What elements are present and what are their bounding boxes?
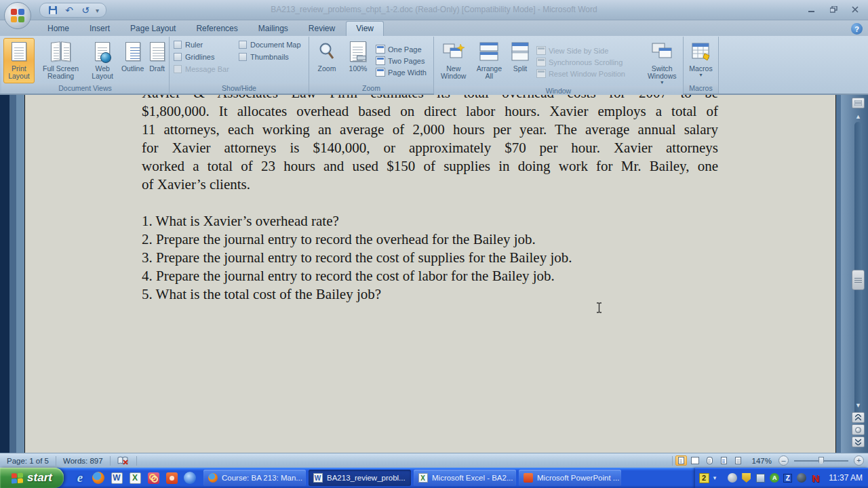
vertical-scrollbar[interactable]: ▲ ▼ <box>841 95 868 453</box>
ruler-checkbox[interactable] <box>174 41 182 49</box>
zoom-level[interactable]: 147% <box>752 457 772 465</box>
tray-shield-icon[interactable] <box>741 473 751 483</box>
document-map-checkbox[interactable] <box>239 41 247 49</box>
taskbar-button-powerpoint[interactable]: Microsoft PowerPoint ... <box>519 470 621 486</box>
taskbar-button-excel[interactable]: X Microsoft Excel - BA2... <box>414 470 516 486</box>
two-pages-label: Two Pages <box>388 57 425 65</box>
ruler-checkbox-row[interactable]: Ruler <box>174 41 233 49</box>
group-zoom: Zoom 100% One Page Two <box>309 37 434 94</box>
thumbnails-checkbox-row[interactable]: Thumbnails <box>239 53 301 61</box>
close-button[interactable] <box>848 4 863 15</box>
statusbar-print-layout-button[interactable] <box>675 455 687 466</box>
group-label-window: Window <box>434 86 683 96</box>
tab-review[interactable]: Review <box>299 22 344 36</box>
next-page-button[interactable] <box>852 436 865 447</box>
restore-button[interactable] <box>826 4 841 15</box>
status-bar: Page: 1 of 5 Words: 897 147% – + <box>0 453 868 468</box>
internet-explorer-icon[interactable]: e <box>73 471 87 485</box>
statusbar-full-screen-button[interactable] <box>690 455 701 466</box>
tab-insert[interactable]: Insert <box>80 22 119 36</box>
select-browse-object-button[interactable] <box>852 424 865 435</box>
tray-a-icon[interactable]: A <box>770 473 779 483</box>
system-tray: 2 ▾ A Z N 11:37 AM <box>695 468 868 488</box>
undo-button[interactable]: ↶ <box>63 4 75 16</box>
new-window-button[interactable]: New Window <box>436 38 471 86</box>
statusbar-web-layout-button[interactable] <box>704 455 715 466</box>
office-button[interactable] <box>4 2 31 29</box>
browser-icon[interactable] <box>183 471 197 485</box>
ruler-label: Ruler <box>185 41 203 49</box>
tray-tool-icon[interactable] <box>755 473 766 483</box>
tray-utility-icon[interactable]: 2 <box>699 473 709 483</box>
statusbar-draft-button[interactable] <box>732 455 744 466</box>
tab-view[interactable]: View <box>346 21 384 36</box>
arrange-all-button[interactable]: Arrange All <box>473 38 507 86</box>
question-line: 3. Prepare the journal entry to record t… <box>142 249 718 267</box>
scrollbar-thumb[interactable] <box>852 270 865 290</box>
taskbar-button-course[interactable]: Course: BA 213: Man... <box>203 470 306 486</box>
switch-windows-icon <box>651 40 673 63</box>
zoom-slider-thumb[interactable] <box>818 457 824 465</box>
draft-button[interactable]: Draft <box>147 38 167 83</box>
redo-button[interactable]: ↺ <box>79 4 92 16</box>
page-indicator[interactable]: Page: 1 of 5 <box>0 453 56 468</box>
tray-sphere-icon[interactable] <box>727 473 737 483</box>
view-side-by-side-icon <box>536 46 546 55</box>
scroll-down-button[interactable]: ▼ <box>852 400 865 411</box>
help-button[interactable]: ? <box>851 23 863 35</box>
document-page[interactable]: Xavier & Associates Law Firm estimates i… <box>24 95 836 453</box>
full-screen-reading-button[interactable]: Full Screen Reading <box>36 38 86 83</box>
start-button[interactable]: start <box>0 468 64 488</box>
gridlines-checkbox-row[interactable]: Gridlines <box>174 53 233 61</box>
proofing-status-button[interactable] <box>111 453 136 468</box>
switch-windows-button[interactable]: Switch Windows ▾ <box>643 38 681 86</box>
scroll-up-button[interactable]: ▲ <box>852 111 865 122</box>
zoom-button[interactable]: Zoom <box>311 38 342 83</box>
print-layout-button[interactable]: Print Layout <box>3 38 35 83</box>
zoom-in-button[interactable]: + <box>854 455 864 466</box>
powerpoint-icon[interactable] <box>165 471 178 485</box>
keys-icon[interactable] <box>146 471 160 485</box>
tab-mailings[interactable]: Mailings <box>249 22 298 36</box>
minimize-button[interactable] <box>804 4 819 15</box>
save-button[interactable] <box>47 4 59 16</box>
word-count[interactable]: Words: 897 <box>56 453 110 468</box>
paragraph-line: 11 attorneys, each working an average of… <box>142 121 718 139</box>
tray-z-icon[interactable]: Z <box>783 474 792 483</box>
tab-references[interactable]: References <box>186 22 247 36</box>
two-pages-button[interactable]: Two Pages <box>376 56 427 65</box>
previous-page-button[interactable] <box>852 412 865 423</box>
document-map-label: Document Map <box>250 41 301 49</box>
zoom-out-button[interactable]: – <box>778 455 789 466</box>
hundred-percent-button[interactable]: 100% <box>344 38 372 83</box>
taskbar-button-label: BA213_review_probl... <box>327 474 406 482</box>
web-layout-button[interactable]: Web Layout <box>87 38 118 83</box>
gridlines-checkbox[interactable] <box>174 53 182 61</box>
taskbar-button-word-doc[interactable]: W BA213_review_probl... <box>309 470 411 486</box>
message-bar-checkbox-row: Message Bar <box>174 65 233 73</box>
outline-button[interactable]: Outline <box>119 38 146 83</box>
tab-page-layout[interactable]: Page Layout <box>121 22 185 36</box>
tray-expand-icon[interactable]: ▾ <box>713 474 717 481</box>
split-button[interactable]: Split <box>507 38 533 86</box>
one-page-button[interactable]: One Page <box>376 45 427 54</box>
statusbar-outline-button[interactable] <box>718 455 730 466</box>
qat-customize-button[interactable]: ▾ <box>96 7 99 14</box>
page-width-button[interactable]: Page Width <box>376 68 427 77</box>
tray-n-icon[interactable]: N <box>810 473 821 483</box>
ruler-toggle-button[interactable] <box>852 98 865 108</box>
excel-icon[interactable]: X <box>128 471 142 485</box>
question-line: 4. Prepare the journal entry to record t… <box>142 267 718 285</box>
hundred-percent-label: 100% <box>349 65 368 73</box>
word-icon[interactable]: W <box>110 471 123 485</box>
draft-icon <box>150 40 165 63</box>
macros-button[interactable]: Macros ▾ <box>686 38 716 83</box>
zoom-slider-track[interactable] <box>794 460 848 462</box>
document-map-checkbox-row[interactable]: Document Map <box>239 41 301 49</box>
macros-icon <box>691 40 711 63</box>
tray-dark-sphere-icon[interactable] <box>796 473 806 483</box>
thumbnails-checkbox[interactable] <box>239 53 247 61</box>
firefox-icon[interactable] <box>92 471 105 485</box>
tab-home[interactable]: Home <box>38 22 79 36</box>
excel-icon: X <box>418 473 428 483</box>
